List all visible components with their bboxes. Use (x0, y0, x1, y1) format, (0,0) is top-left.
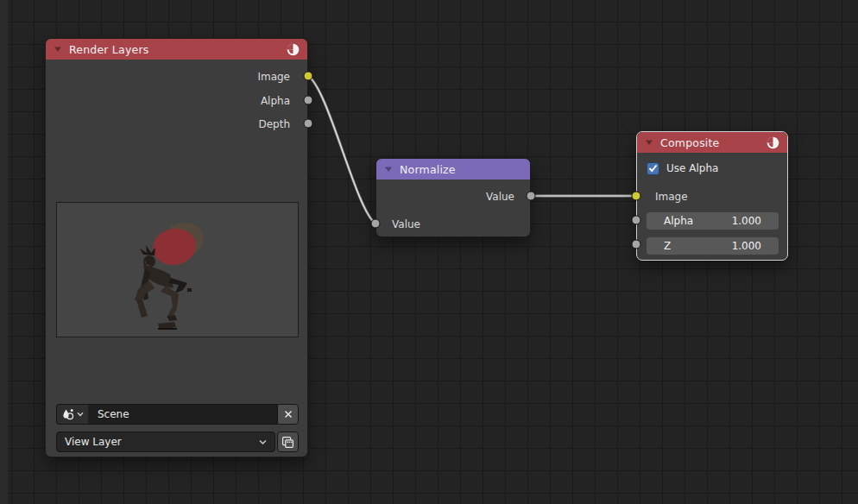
node-composite[interactable]: Composite Use Alpha Image Alpha 1.000 Z … (636, 131, 788, 261)
link-renderlayers-to-normalize (308, 76, 375, 224)
z-value-slider[interactable]: Z 1.000 (647, 237, 779, 255)
preview-character (57, 203, 299, 337)
node-title: Render Layers (69, 43, 280, 56)
view-layer-dropdown[interactable]: View Layer (56, 432, 275, 452)
scene-name-field[interactable]: Scene (88, 404, 277, 425)
slider-label: Alpha (664, 215, 732, 227)
node-header-render-layers[interactable]: Render Layers (46, 39, 307, 60)
node-title: Composite (660, 136, 760, 149)
node-header-normalize[interactable]: Normalize (376, 159, 530, 180)
scene-unlink-button[interactable] (277, 404, 299, 425)
output-label-alpha: Alpha (46, 91, 307, 110)
socket-normalize-value-output[interactable] (527, 192, 536, 201)
scene-id-dropdown[interactable] (56, 404, 88, 425)
render-preview-image (56, 202, 299, 337)
use-alpha-row: Use Alpha (647, 161, 718, 175)
output-label-image: Image (46, 67, 307, 86)
socket-composite-alpha-input[interactable] (632, 216, 641, 225)
alpha-value-slider[interactable]: Alpha 1.000 (647, 212, 779, 230)
checkmark-icon (648, 164, 658, 173)
output-label-value: Value (376, 187, 530, 206)
node-render-layers[interactable]: Render Layers Image Alpha Depth (45, 38, 308, 457)
chevron-down-icon (77, 412, 84, 417)
view-layer-row: View Layer (56, 432, 299, 452)
node-normalize[interactable]: Normalize Value Value (375, 158, 531, 237)
editor-left-edge (0, 0, 8, 504)
collapse-triangle-icon[interactable] (54, 46, 62, 53)
node-header-composite[interactable]: Composite (637, 132, 787, 153)
socket-renderlayers-alpha-output[interactable] (304, 96, 313, 105)
slider-value: 1.000 (732, 215, 761, 227)
material-sphere-icon[interactable] (287, 43, 300, 56)
scene-icon (62, 408, 74, 420)
view-layer-button[interactable] (277, 432, 299, 452)
node-title: Normalize (400, 163, 522, 176)
collapse-triangle-icon[interactable] (645, 139, 653, 146)
view-layer-value: View Layer (65, 436, 259, 448)
slider-label: Z (664, 240, 732, 252)
material-sphere-icon[interactable] (767, 136, 779, 149)
output-label-depth: Depth (46, 115, 307, 134)
socket-normalize-value-input[interactable] (371, 219, 381, 229)
chevron-down-icon (259, 439, 267, 445)
socket-composite-image-input[interactable] (632, 192, 641, 201)
socket-renderlayers-depth-output[interactable] (304, 119, 313, 129)
use-alpha-label: Use Alpha (666, 162, 718, 174)
slider-value: 1.000 (732, 240, 761, 252)
input-label-value: Value (376, 215, 420, 234)
input-label-image: Image (655, 187, 688, 206)
socket-composite-z-input[interactable] (632, 240, 641, 249)
close-icon (284, 410, 293, 419)
use-alpha-checkbox[interactable] (647, 162, 659, 175)
socket-renderlayers-image-output[interactable] (304, 72, 313, 81)
renderlayers-icon (281, 436, 294, 449)
scene-selector: Scene (56, 404, 299, 425)
collapse-triangle-icon[interactable] (384, 166, 393, 173)
